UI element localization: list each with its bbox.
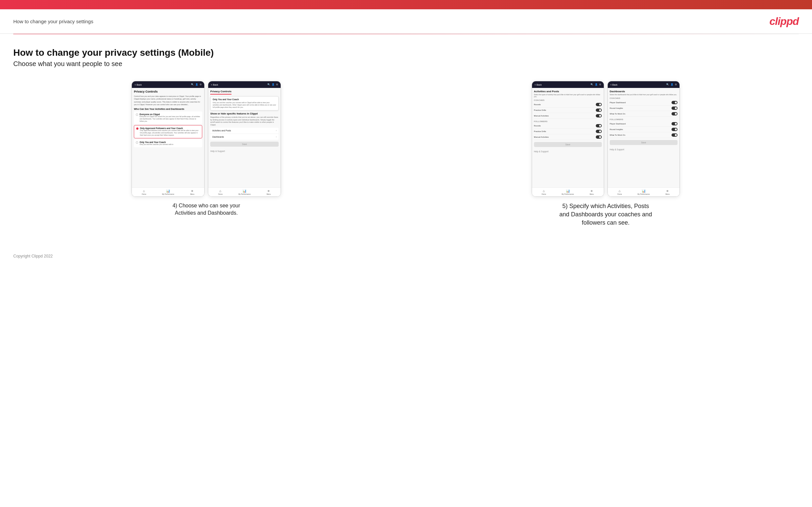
activities-title-3: Activities and Posts: [534, 90, 602, 93]
footer: Copyright Clippd 2022: [0, 247, 812, 265]
bottom-nav-3: ⌂ Home 📊 My Performance ≡ Menu: [532, 187, 604, 196]
toggle-round-insights-coaches: Round Insights: [610, 106, 677, 111]
nav-performance-label-1: My Performance: [162, 193, 174, 195]
toggle-label-player-c: Player Dashboard: [610, 102, 626, 104]
nav-menu-label-3: Menu: [590, 193, 594, 195]
home-icon-2: ⌂: [219, 189, 221, 193]
nav-menu-label-4: Menu: [666, 193, 670, 195]
toggle-round-insights-followers: Round Insights: [610, 127, 677, 132]
followers-label-4: FOLLOWERS: [610, 118, 677, 120]
radio-title-3: Only You and Your Coach: [140, 141, 173, 143]
copyright: Copyright Clippd 2022: [13, 254, 53, 259]
toggle-player-followers-switch[interactable]: [671, 122, 677, 125]
toggle-workon-followers-switch[interactable]: [671, 133, 677, 137]
followers-label-3: FOLLOWERS: [534, 120, 602, 122]
settings-icon-3: ⚙: [599, 83, 601, 86]
caption-4: 4) Choose who can see your Activities an…: [170, 202, 243, 217]
nav-performance-label-4: My Performance: [638, 193, 650, 195]
header: How to change your privacy settings clip…: [0, 9, 812, 34]
activities-label: Activities and Posts: [212, 129, 231, 132]
arrow-icon-activities: ›: [276, 129, 277, 132]
nav-menu-2[interactable]: ≡ Menu: [257, 189, 281, 195]
toggle-rounds-coaches-switch[interactable]: [596, 103, 602, 106]
radio-circle-2: [136, 127, 139, 130]
help-support-4: Help & Support: [610, 147, 677, 152]
activities-text-3: Select the types of activity that you'd …: [534, 94, 602, 98]
settings-icon-4: ⚙: [675, 83, 677, 86]
screens-row-left: < Back 🔍 👤 ⚙ Privacy Controls Control ho…: [132, 81, 281, 197]
nav-menu-label-2: Menu: [267, 193, 271, 195]
toggle-player-coaches-switch[interactable]: [671, 101, 677, 104]
phone-screen-2: < Back 🔍 👤 ⚙ Privacy Controls Only You a…: [208, 81, 281, 197]
privacy-tab-2[interactable]: Privacy Controls: [210, 90, 232, 95]
save-btn-2[interactable]: Save: [210, 142, 278, 147]
nav-home-label-2: Home: [218, 193, 222, 195]
back-label-1[interactable]: < Back: [135, 83, 142, 86]
nav-menu-3[interactable]: ≡ Menu: [580, 189, 604, 195]
toggle-work-on-followers: What To Work On: [610, 132, 677, 138]
toggle-rounds-coaches: Rounds: [534, 102, 602, 108]
nav-performance-3[interactable]: 📊 My Performance: [556, 189, 580, 195]
dashboards-label: Dashboards: [212, 136, 224, 138]
nav-home-3[interactable]: ⌂ Home: [532, 189, 556, 195]
back-label-2[interactable]: < Back: [211, 83, 218, 86]
nav-home-label-3: Home: [542, 193, 546, 195]
radio-only-you[interactable]: Only You and Your Coach Only you and the…: [134, 139, 202, 147]
profile-icon-2: 👤: [272, 83, 275, 86]
profile-icon-1: 👤: [195, 83, 198, 86]
save-btn-3[interactable]: Save: [534, 142, 602, 147]
nav-menu-4[interactable]: ≡ Menu: [656, 189, 679, 195]
home-icon-3: ⌂: [543, 189, 545, 193]
toggle-workon-coaches-switch[interactable]: [671, 112, 677, 115]
toggle-rounds-followers-switch[interactable]: [596, 124, 602, 127]
toggle-label-workon-c: What To Work On: [610, 113, 625, 115]
popup-box-2: Only You and Your Coach Only you and the…: [210, 96, 278, 111]
back-label-3[interactable]: < Back: [535, 83, 542, 86]
radio-everyone[interactable]: Everyone on Clippd Everyone on Clippd ca…: [134, 111, 202, 124]
toggle-insights-followers-switch[interactable]: [671, 128, 677, 131]
privacy-text-1: Control how you and your data appears to…: [134, 95, 202, 106]
main-content: How to change your privacy settings (Mob…: [0, 34, 812, 247]
search-icon-3: 🔍: [591, 83, 594, 86]
back-label-4[interactable]: < Back: [610, 83, 618, 86]
caption-5: 5) Specify which Activities, Posts and D…: [559, 202, 652, 227]
toggle-drills-followers: Practice Drills: [534, 129, 602, 134]
radio-title-1: Everyone on Clippd: [140, 113, 200, 115]
nav-home-label-1: Home: [142, 193, 146, 195]
toggle-manual-followers-switch[interactable]: [596, 135, 602, 139]
nav-home-2[interactable]: ⌂ Home: [208, 189, 233, 195]
nav-home-1[interactable]: ⌂ Home: [132, 189, 156, 195]
header-title: How to change your privacy settings: [13, 18, 93, 24]
radio-approved[interactable]: Only Approved Followers and Your Coach O…: [134, 125, 202, 138]
arrow-icon-dashboards: ›: [276, 135, 277, 138]
toggle-label-insights-f: Round Insights: [610, 128, 623, 130]
help-support-3: Help & Support: [534, 149, 602, 154]
toggle-insights-coaches-switch[interactable]: [671, 107, 677, 110]
toggle-rounds-followers: Rounds: [534, 123, 602, 129]
dashboards-title-4: Dashboards: [610, 90, 677, 93]
toggle-manual-followers: Manual Activities: [534, 134, 602, 140]
radio-title-2: Only Approved Followers and Your Coach: [140, 127, 200, 129]
toggle-label-drills-c: Practice Drills: [534, 109, 546, 111]
search-icon-4: 🔍: [666, 83, 669, 86]
nav-menu-1[interactable]: ≡ Menu: [180, 189, 205, 195]
phone-header-4: < Back 🔍 👤 ⚙: [608, 81, 679, 88]
menu-icon-4: ≡: [666, 189, 668, 193]
save-btn-4[interactable]: Save: [610, 140, 677, 145]
menu-icon-1: ≡: [191, 189, 193, 193]
list-item-activities[interactable]: Activities and Posts ›: [210, 128, 278, 133]
nav-performance-1[interactable]: 📊 My Performance: [156, 189, 180, 195]
list-item-dashboards[interactable]: Dashboards ›: [210, 134, 278, 140]
nav-home-4[interactable]: ⌂ Home: [608, 189, 632, 195]
toggle-drills-coaches-switch[interactable]: [596, 109, 602, 112]
toggle-player-dash-followers: Player Dashboard: [610, 121, 677, 127]
popup-text-2: Only you and the coaches you connect wit…: [212, 102, 276, 109]
phone-screen-3: < Back 🔍 👤 ⚙ Activities and Posts Select…: [532, 81, 604, 197]
home-icon-4: ⌂: [619, 189, 621, 193]
nav-performance-2[interactable]: 📊 My Performance: [233, 189, 257, 195]
nav-performance-4[interactable]: 📊 My Performance: [632, 189, 656, 195]
toggle-drills-followers-switch[interactable]: [596, 130, 602, 133]
coaches-label-3: COACHES: [534, 99, 602, 101]
bottom-nav-2: ⌂ Home 📊 My Performance ≡ Menu: [208, 187, 281, 196]
toggle-manual-coaches-switch[interactable]: [596, 114, 602, 117]
